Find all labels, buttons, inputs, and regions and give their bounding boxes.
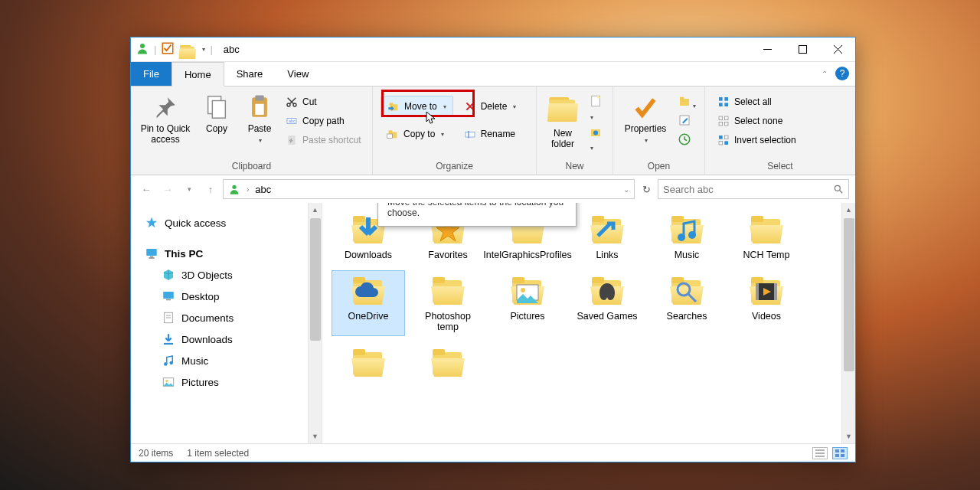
copy-to-button[interactable]: Copy to▾ [381,123,453,145]
new-item-button[interactable]: ▾ [589,94,605,122]
back-button[interactable]: ← [137,180,155,198]
folder-item[interactable] [332,342,405,387]
tab-view[interactable]: View [275,62,321,86]
folder-item[interactable] [411,342,485,387]
tree-item[interactable]: Pictures [131,371,322,393]
paste-label: Paste [248,123,272,134]
group-clipboard: Pin to Quick access Copy Paste ▾ Cut abc… [131,87,373,175]
address-bar[interactable]: › abc ⌄ [223,179,635,199]
history-button[interactable] [678,132,696,149]
select-all-button[interactable]: Select all [713,93,801,111]
svg-rect-71 [751,216,763,222]
status-selected: 1 item selected [187,448,249,459]
svg-rect-3 [799,46,806,54]
folder-item[interactable]: Pictures [491,270,564,336]
group-select-label: Select [710,159,851,175]
svg-rect-21 [466,132,475,137]
copy-path-button[interactable]: abcCopy path [281,112,366,130]
group-organize-label: Organize [377,159,531,175]
delete-button[interactable]: Delete▾ [459,96,521,117]
tree-this-pc[interactable]: This PC [131,243,322,264]
qat-dropdown-icon[interactable]: ▾ [202,46,205,53]
tab-home[interactable]: Home [172,62,224,87]
monitor-icon [145,247,158,260]
copy-button[interactable]: Copy [195,90,238,159]
status-count: 20 items [139,448,173,459]
rename-button[interactable]: Rename [459,123,521,145]
address-dropdown-icon[interactable]: ⌄ [623,185,629,194]
folder-item[interactable]: OneDrive [332,270,405,336]
edit-button[interactable] [678,113,696,129]
properties-button[interactable]: Properties▾ [618,90,673,159]
folder-item[interactable]: Searches [650,270,724,336]
svg-rect-27 [680,97,684,100]
check-icon[interactable] [161,41,175,57]
folder-item[interactable]: Videos [730,270,803,336]
easy-access-button[interactable]: ▾ [589,125,605,152]
forward-button[interactable]: → [158,180,177,198]
folder-item[interactable]: Photoshop temp [411,270,485,336]
tab-share[interactable]: Share [224,62,276,86]
maximize-button[interactable] [785,38,820,62]
group-new: New folder ▾ ▾ New [537,87,613,175]
svg-rect-9 [255,95,263,100]
tree-item[interactable]: Downloads [131,328,322,350]
status-bar: 20 items 1 item selected [131,443,855,462]
move-to-button[interactable]: Move to▾ [381,96,453,117]
folder-item[interactable]: Links [570,209,644,264]
close-button[interactable] [820,38,855,62]
folder-item[interactable]: Music [650,209,724,264]
svg-rect-99 [841,449,844,452]
content-scrollbar[interactable]: ▲▼ [841,203,855,443]
paste-button[interactable]: Paste ▾ [238,90,281,159]
tree-item[interactable]: Desktop [131,286,322,307]
view-icons-button[interactable] [832,447,848,459]
svg-rect-100 [835,454,839,457]
tree-item[interactable]: 3D Objects [131,264,322,286]
tree-scrollbar[interactable]: ▲▼ [308,203,322,443]
recent-dropdown[interactable]: ▾ [180,180,198,198]
copy-label: Copy [206,123,227,134]
svg-point-25 [593,131,598,136]
svg-rect-31 [724,97,728,101]
svg-rect-40 [719,141,723,145]
search-icon [833,184,844,194]
minimize-button[interactable] [750,38,785,62]
invert-selection-button[interactable]: Invert selection [713,131,801,149]
svg-rect-41 [724,141,728,145]
ribbon-tab-bar: File Home Share View ⌃ ? [131,62,855,87]
collapse-ribbon-icon[interactable]: ⌃ [822,70,828,78]
svg-point-79 [521,288,525,292]
select-none-button[interactable]: Select none [713,112,801,130]
svg-rect-10 [255,104,263,115]
tree-quick-access[interactable]: Quick access [131,212,322,234]
up-button[interactable]: ↑ [201,180,220,198]
help-icon[interactable]: ? [835,67,849,80]
svg-point-55 [170,361,174,365]
ribbon: Pin to Quick access Copy Paste ▾ Cut abc… [131,87,855,175]
view-details-button[interactable] [812,447,828,459]
folder-item[interactable]: Saved Games [570,270,644,336]
tree-item[interactable]: Documents [131,307,322,328]
refresh-button[interactable]: ↻ [638,181,655,198]
svg-rect-36 [719,122,723,126]
folder-arrow-icon [387,100,400,113]
tab-file[interactable]: File [131,62,172,86]
title-bar: | ▾ | abc [131,38,855,62]
cut-button[interactable]: Cut [281,93,366,111]
paste-shortcut-button: Paste shortcut [281,131,366,149]
breadcrumb[interactable]: abc [255,184,271,195]
new-folder-button[interactable]: New folder [541,90,584,159]
user-path-icon [228,183,240,195]
svg-rect-90 [774,283,777,300]
svg-rect-32 [719,103,723,106]
folder-item[interactable]: NCH Temp [730,209,803,264]
pin-quick-access-button[interactable]: Pin to Quick access [136,90,195,159]
search-input[interactable]: Search abc [658,179,849,199]
svg-rect-101 [841,454,844,457]
open-button[interactable]: ▾ [678,94,696,110]
qat-separator: | [210,44,212,55]
tree-item[interactable]: Music [131,350,322,371]
folder-title-icon [179,41,196,57]
svg-text:abc: abc [289,119,296,123]
